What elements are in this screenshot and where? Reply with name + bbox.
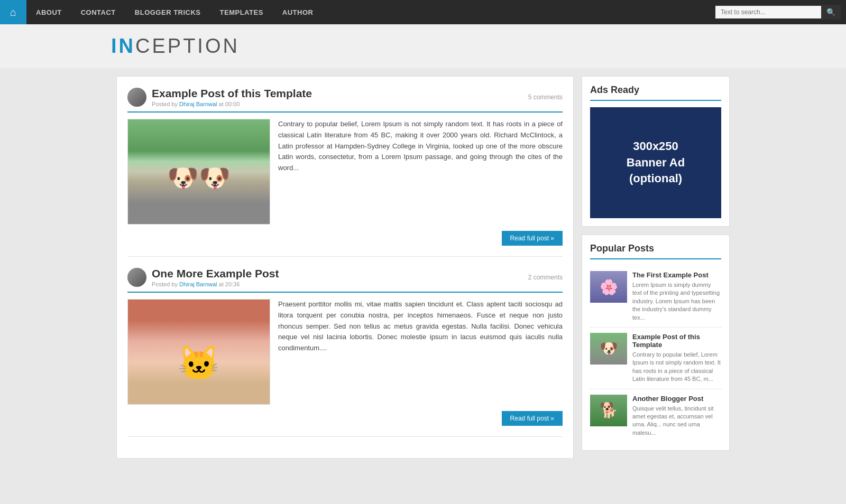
post-2-avatar <box>127 268 146 287</box>
post-2-title: One More Example Post <box>152 267 279 280</box>
post-1-title: Example Post of this Template <box>152 87 312 100</box>
popular-post-2-text: Example Post of this Template Contrary t… <box>632 333 721 384</box>
popular-posts-widget: Popular Posts 🌸 The First Example Post L… <box>582 235 730 451</box>
popular-post-2-title[interactable]: Example Post of this Template <box>632 333 721 349</box>
nav-templates[interactable]: TEMPLATES <box>210 0 273 24</box>
banner-line1: 300x250 <box>633 138 678 155</box>
popular-post-3: 🐕 Another Blogger Post Quisque velit tel… <box>590 389 721 443</box>
post-2-image-cat <box>128 300 270 404</box>
popular-post-3-image: 🐕 <box>590 395 627 426</box>
popular-post-2-excerpt: Contrary to popular belief, Lorem Ipsum … <box>632 351 721 384</box>
popular-post-3-thumb: 🐕 <box>590 395 627 426</box>
post-2-time: 20:36 <box>225 281 240 287</box>
content-area: Example Post of this Template Posted by … <box>116 76 574 459</box>
nav-author[interactable]: AUTHOR <box>273 0 323 24</box>
post-2-posted-by: Posted by <box>152 281 178 287</box>
post-1-title-area: Example Post of this Template Posted by … <box>127 87 312 107</box>
post-2-at: at <box>219 281 225 287</box>
site-logo: INCEPTION <box>111 35 846 58</box>
navbar: ⌂ ABOUT CONTACT BLOGGER TRICKS TEMPLATES… <box>0 0 846 24</box>
popular-post-1-excerpt: Lorem Ipsum is simply dummy text of the … <box>632 281 721 322</box>
nav-blogger-tricks[interactable]: BLOGGER TRICKS <box>125 0 210 24</box>
post-1: Example Post of this Template Posted by … <box>127 87 563 257</box>
post-1-at: at <box>219 101 225 107</box>
popular-post-1-title[interactable]: The First Example Post <box>632 271 721 279</box>
post-1-image <box>127 119 270 225</box>
nav-about[interactable]: ABOUT <box>26 0 71 24</box>
post-1-body: Contrary to popular belief, Lorem Ipsum … <box>127 119 563 225</box>
search-input[interactable] <box>715 6 821 18</box>
post-2-header: One More Example Post Posted by Dhiraj B… <box>127 267 563 293</box>
post-1-read-more-area: Read full post » <box>127 231 563 246</box>
search-button[interactable]: 🔍 <box>821 5 841 20</box>
post-2-author[interactable]: Dhiraj Barnwal <box>179 281 217 287</box>
post-1-text: Contrary to popular belief, Lorem Ipsum … <box>278 119 563 225</box>
logo-part2: CEPTION <box>135 35 240 57</box>
post-2-body: Praesent porttitor mollis mi, vitae matt… <box>127 299 563 405</box>
popular-post-2-image: 🐶 <box>590 333 627 365</box>
popular-post-3-title[interactable]: Another Blogger Post <box>632 395 721 403</box>
popular-post-1-text: The First Example Post Lorem Ipsum is si… <box>632 271 721 322</box>
logo-part1: IN <box>111 35 135 57</box>
post-1-time: 00:00 <box>225 101 240 107</box>
post-1-image-dogs <box>128 119 270 224</box>
post-1-posted-by: Posted by <box>152 101 178 107</box>
home-button[interactable]: ⌂ <box>0 0 26 24</box>
post-1-read-more-button[interactable]: Read full post » <box>502 231 563 246</box>
post-1-title-group: Example Post of this Template Posted by … <box>152 87 312 107</box>
post-1-author[interactable]: Dhiraj Barnwal <box>179 101 217 107</box>
post-1-comments: 5 comments <box>528 94 563 101</box>
popular-posts-title: Popular Posts <box>590 243 721 259</box>
popular-post-1: 🌸 The First Example Post Lorem Ipsum is … <box>590 266 721 328</box>
post-2-title-group: One More Example Post Posted by Dhiraj B… <box>152 267 279 287</box>
logo-area: INCEPTION <box>0 24 846 68</box>
ads-title: Ads Ready <box>590 85 721 101</box>
post-2-read-more-button[interactable]: Read full post » <box>502 411 563 426</box>
nav-links: ABOUT CONTACT BLOGGER TRICKS TEMPLATES A… <box>26 0 323 24</box>
ads-widget: Ads Ready 300x250 Banner Ad (optional) <box>582 76 730 227</box>
banner-line3: (optional) <box>629 171 682 187</box>
post-1-avatar <box>127 88 146 107</box>
post-2-image <box>127 299 270 405</box>
post-2-comments: 2 comments <box>528 274 563 281</box>
popular-post-3-text: Another Blogger Post Quisque velit tellu… <box>632 395 721 437</box>
popular-post-2: 🐶 Example Post of this Template Contrary… <box>590 328 721 389</box>
post-2-text: Praesent porttitor mollis mi, vitae matt… <box>278 299 563 405</box>
post-2-read-more-area: Read full post » <box>127 411 563 426</box>
post-2-title-area: One More Example Post Posted by Dhiraj B… <box>127 267 279 287</box>
banner-line2: Banner Ad <box>627 155 685 171</box>
home-icon: ⌂ <box>10 6 16 18</box>
post-2-meta: Posted by Dhiraj Barnwal at 20:36 <box>152 281 279 287</box>
banner-ad[interactable]: 300x250 Banner Ad (optional) <box>590 107 721 218</box>
nav-contact[interactable]: CONTACT <box>71 0 125 24</box>
popular-post-1-image: 🌸 <box>590 271 627 303</box>
sidebar: Ads Ready 300x250 Banner Ad (optional) P… <box>582 76 730 459</box>
post-1-header: Example Post of this Template Posted by … <box>127 87 563 113</box>
main-wrapper: Example Post of this Template Posted by … <box>111 68 735 466</box>
post-2: One More Example Post Posted by Dhiraj B… <box>127 267 563 437</box>
popular-post-3-excerpt: Quisque velit tellus, tincidunt sit amet… <box>632 405 721 437</box>
popular-post-2-thumb: 🐶 <box>590 333 627 365</box>
search-area: 🔍 <box>715 5 846 20</box>
post-1-meta: Posted by Dhiraj Barnwal at 00:00 <box>152 101 312 107</box>
popular-post-1-thumb: 🌸 <box>590 271 627 303</box>
